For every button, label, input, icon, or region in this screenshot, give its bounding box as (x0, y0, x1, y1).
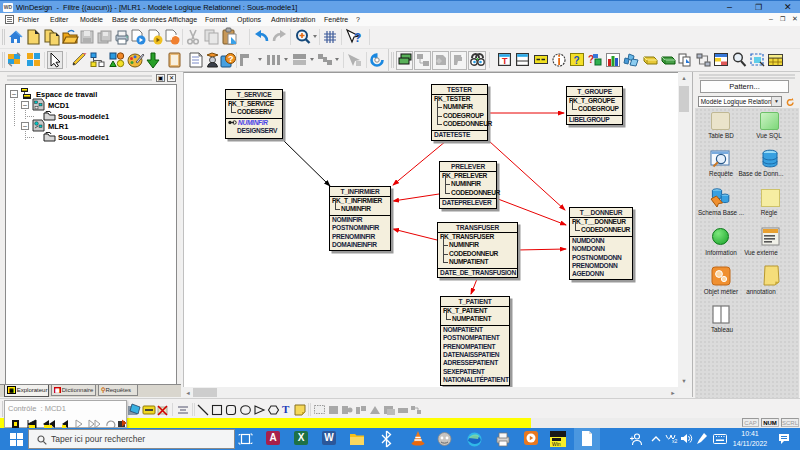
svg-text:Win: Win (552, 441, 561, 447)
svg-text:?: ? (228, 54, 234, 64)
svg-text:?: ? (354, 31, 361, 45)
svg-text:x2: x2 (672, 438, 678, 444)
